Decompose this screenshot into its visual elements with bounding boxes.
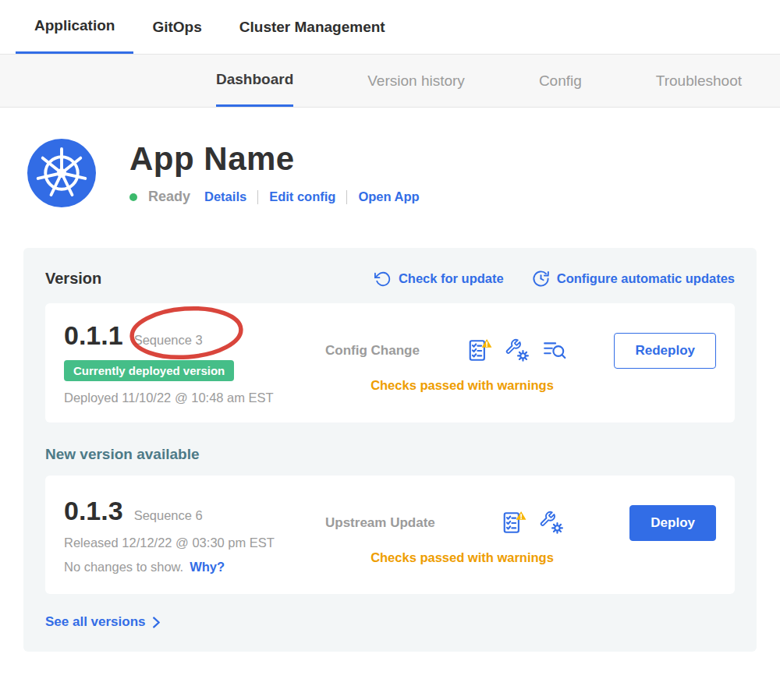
available-release-card: 0.1.3 Sequence 6 Released 12/12/22 @ 03:… xyxy=(45,476,735,594)
kubernetes-logo-icon xyxy=(27,139,96,207)
see-all-versions-link[interactable]: See all versions xyxy=(45,614,161,630)
current-release-card: 0.1.1 Sequence 3 Currently deployed vers… xyxy=(45,303,735,422)
app-name-title: App Name xyxy=(129,140,420,178)
tab-gitops[interactable]: GitOps xyxy=(133,0,220,54)
redeploy-button[interactable]: Redeploy xyxy=(614,333,716,369)
check-for-update-link[interactable]: Check for update xyxy=(374,270,504,288)
available-sequence-label: Sequence 6 xyxy=(134,508,203,523)
wrench-gear-icon[interactable] xyxy=(505,338,530,363)
no-changes-text: No changes to show. xyxy=(64,560,183,574)
chevron-right-icon xyxy=(151,617,161,628)
current-sequence-label: Sequence 3 xyxy=(134,333,203,348)
preflight-checklist-warning-icon[interactable] xyxy=(502,511,526,536)
preflight-checklist-warning-icon[interactable] xyxy=(467,338,492,363)
tab-dashboard[interactable]: Dashboard xyxy=(216,55,293,107)
app-status-text: Ready xyxy=(148,189,190,205)
app-status-row: Ready Details Edit config Open App xyxy=(129,189,420,205)
edit-config-link[interactable]: Edit config xyxy=(269,189,335,204)
clock-refresh-icon xyxy=(532,270,550,288)
refresh-icon xyxy=(374,270,392,288)
check-for-update-label: Check for update xyxy=(399,271,504,286)
details-link[interactable]: Details xyxy=(204,189,246,204)
release-source-label: Config Change xyxy=(325,343,420,359)
deploy-button[interactable]: Deploy xyxy=(629,505,716,541)
tab-config[interactable]: Config xyxy=(539,55,582,107)
checks-status-text: Checks passed with warnings xyxy=(325,550,716,565)
current-version-number: 0.1.1 xyxy=(64,320,123,351)
tab-cluster-management[interactable]: Cluster Management xyxy=(221,0,404,54)
divider xyxy=(257,190,258,204)
ready-status-dot xyxy=(129,193,137,201)
app-header: App Name Ready Details Edit config Open … xyxy=(0,108,780,207)
configure-automatic-updates-label: Configure automatic updates xyxy=(557,271,735,286)
currently-deployed-badge: Currently deployed version xyxy=(64,360,234,381)
configure-automatic-updates-link[interactable]: Configure automatic updates xyxy=(532,270,735,288)
tab-application[interactable]: Application xyxy=(16,0,133,54)
file-search-icon[interactable] xyxy=(542,338,567,363)
checks-status-text: Checks passed with warnings xyxy=(325,378,716,393)
deployed-timestamp: Deployed 11/10/22 @ 10:48 am EST xyxy=(64,391,325,405)
version-card-title: Version xyxy=(45,270,101,288)
divider xyxy=(346,190,347,204)
tab-version-history[interactable]: Version history xyxy=(367,55,465,107)
see-all-versions-label: See all versions xyxy=(45,614,146,630)
tab-troubleshoot[interactable]: Troubleshoot xyxy=(656,55,742,107)
open-app-link[interactable]: Open App xyxy=(358,189,419,204)
available-version-number: 0.1.3 xyxy=(64,496,123,526)
version-card: Version Check for update xyxy=(23,248,757,652)
release-source-label: Upstream Update xyxy=(325,515,435,531)
new-version-heading: New version available xyxy=(45,446,735,463)
primary-nav: Application GitOps Cluster Management xyxy=(0,0,780,55)
secondary-nav: Dashboard Version history Config Trouble… xyxy=(0,55,780,108)
wrench-gear-icon[interactable] xyxy=(539,511,564,536)
released-timestamp: Released 12/12/22 @ 03:30 pm EST xyxy=(64,536,325,550)
why-link[interactable]: Why? xyxy=(190,560,225,574)
